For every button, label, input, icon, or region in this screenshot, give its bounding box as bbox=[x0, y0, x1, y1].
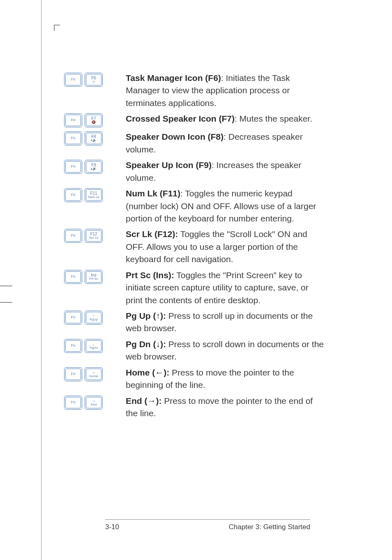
shortcut-description: Prt Sc (Ins): Toggles the "Print Screen"… bbox=[126, 269, 325, 307]
shortcut-text: Mutes the speaker. bbox=[240, 114, 312, 123]
key-combo: FnF8▾🔉 bbox=[64, 131, 126, 145]
shortcut-description: Speaker Down Icon (F8): Decreases speake… bbox=[126, 131, 325, 156]
function-key: F11Num Lk bbox=[85, 188, 103, 202]
key-label-bottom: Home bbox=[89, 375, 98, 378]
shortcut-description: Crossed Speaker Icon (F7): Mutes the spe… bbox=[126, 113, 325, 125]
key-label-bottom: 🔇 bbox=[92, 121, 96, 124]
key-combo: FnInsPrt Sc bbox=[64, 269, 126, 284]
key-combo: Fn↓PgDn bbox=[64, 338, 126, 353]
fn-key-label: Fn bbox=[71, 316, 76, 320]
key-combo: Fn↑PgUp bbox=[64, 310, 126, 325]
key-label-bottom: End bbox=[91, 403, 97, 407]
key-label-bottom: Scr Lk bbox=[89, 236, 99, 240]
fn-key-label: Fn bbox=[71, 193, 76, 197]
fn-key: Fn bbox=[64, 311, 82, 325]
separator: : bbox=[212, 160, 217, 170]
separator: : bbox=[224, 132, 228, 141]
shortcut-name: Num Lk (F11) bbox=[126, 189, 180, 198]
fn-key-label: Fn bbox=[71, 372, 76, 376]
key-label-bottom: PgDn bbox=[90, 346, 98, 350]
page-content: FnF6▭Task Manager Icon (F6): Initiates t… bbox=[41, 0, 349, 560]
page-number: 3-10 bbox=[105, 523, 119, 531]
fn-key-label: Fn bbox=[71, 275, 76, 279]
fn-key-label: Fn bbox=[71, 78, 76, 82]
separator: : bbox=[180, 189, 185, 198]
shortcut-row: FnF11Num LkNum Lk (F11): Toggles the num… bbox=[42, 187, 349, 225]
function-key: ←Home bbox=[85, 367, 103, 381]
fn-key: Fn bbox=[64, 160, 82, 174]
shortcut-row: FnF12Scr LkScr Lk (F12): Toggles the "Sc… bbox=[42, 228, 349, 265]
shortcut-description: Home (←): Press to move the pointer to t… bbox=[126, 366, 325, 392]
crop-mark bbox=[0, 286, 12, 286]
shortcut-row: FnF8▾🔉Speaker Down Icon (F8): Decreases … bbox=[42, 131, 349, 156]
fn-key: Fn bbox=[64, 339, 82, 353]
key-label-bottom: Prt Sc bbox=[89, 277, 98, 281]
separator: : bbox=[221, 73, 226, 83]
shortcut-name: Task Manager Icon (F6) bbox=[126, 73, 221, 83]
key-combo: FnF6▭ bbox=[64, 72, 126, 87]
shortcut-name: Crossed Speaker Icon (F7) bbox=[126, 114, 235, 123]
fn-key: Fn bbox=[64, 113, 82, 127]
shortcut-description: Num Lk (F11): Toggles the numeric keypad… bbox=[126, 187, 325, 225]
shortcut-name: Home (←): bbox=[126, 368, 169, 377]
key-label-bottom: Num Lk bbox=[88, 196, 99, 199]
shortcut-description: Pg Up (↑): Press to scroll up in documen… bbox=[126, 310, 325, 335]
fn-key-label: Fn bbox=[71, 234, 76, 238]
key-combo: FnF12Scr Lk bbox=[64, 228, 126, 243]
key-label-bottom: ▭ bbox=[92, 80, 95, 84]
shortcut-row: FnF9▴🔊Speaker Up Icon (F9): Increases th… bbox=[42, 159, 349, 184]
fn-key: Fn bbox=[64, 73, 82, 87]
fn-key: Fn bbox=[64, 270, 82, 284]
key-label-bottom: ▾🔉 bbox=[91, 139, 97, 143]
fn-key: Fn bbox=[64, 367, 82, 381]
shortcut-row: FnInsPrt ScPrt Sc (Ins): Toggles the "Pr… bbox=[42, 269, 349, 307]
shortcut-name: Speaker Up Icon (F9) bbox=[126, 160, 212, 170]
function-key: ↓PgDn bbox=[85, 339, 103, 353]
shortcut-row: Fn↓PgDnPg Dn (↓): Press to scroll down i… bbox=[42, 338, 349, 363]
function-key: ↑PgUp bbox=[85, 311, 103, 325]
shortcut-name: Speaker Down Icon (F8) bbox=[126, 132, 224, 141]
shortcut-description: Scr Lk (F12): Toggles the "Scroll Lock" … bbox=[126, 228, 325, 265]
key-label-bottom: PgUp bbox=[90, 318, 98, 322]
fn-key-label: Fn bbox=[71, 165, 76, 169]
shortcut-row: FnF6▭Task Manager Icon (F6): Initiates t… bbox=[42, 72, 349, 109]
key-label-bottom: ▴🔊 bbox=[91, 167, 97, 171]
chapter-title: Chapter 3: Getting Started bbox=[229, 523, 310, 531]
shortcut-description: End (→): Press to move the pointer to th… bbox=[126, 395, 325, 420]
function-key: F7🔇 bbox=[85, 113, 103, 127]
shortcut-name: Scr Lk (F12): bbox=[126, 229, 178, 239]
shortcut-description: Pg Dn (↓): Press to scroll down in docum… bbox=[126, 338, 325, 363]
key-combo: FnF11Num Lk bbox=[64, 187, 126, 202]
function-key: F12Scr Lk bbox=[85, 229, 103, 243]
shortcut-description: Speaker Up Icon (F9): Increases the spea… bbox=[126, 159, 325, 184]
function-key: InsPrt Sc bbox=[85, 270, 103, 284]
function-key: F6▭ bbox=[85, 73, 103, 87]
shortcut-name: End (→): bbox=[126, 396, 161, 406]
fn-key-label: Fn bbox=[71, 344, 76, 348]
shortcut-description: Task Manager Icon (F6): Initiates the Ta… bbox=[126, 72, 325, 109]
function-key: →End bbox=[85, 396, 103, 410]
key-combo: FnF9▴🔊 bbox=[64, 159, 126, 174]
fn-key-label: Fn bbox=[71, 136, 76, 141]
separator: : bbox=[235, 114, 240, 123]
shortcut-name: Prt Sc (Ins): bbox=[126, 270, 174, 280]
key-combo: Fn←Home bbox=[64, 366, 126, 381]
crop-mark bbox=[0, 302, 12, 303]
function-key: F9▴🔊 bbox=[85, 160, 103, 174]
key-combo: Fn→End bbox=[64, 395, 126, 410]
key-combo: FnF7🔇 bbox=[64, 113, 126, 127]
page-footer: 3-10 Chapter 3: Getting Started bbox=[105, 519, 310, 531]
function-key: F8▾🔉 bbox=[85, 131, 103, 145]
fn-key: Fn bbox=[64, 188, 82, 202]
fn-key: Fn bbox=[64, 229, 82, 243]
crop-mark bbox=[54, 25, 60, 31]
shortcut-row: Fn←HomeHome (←): Press to move the point… bbox=[42, 366, 349, 392]
shortcut-row: Fn↑PgUpPg Up (↑): Press to scroll up in … bbox=[42, 310, 349, 335]
shortcut-name: Pg Dn (↓): bbox=[126, 339, 166, 349]
fn-key: Fn bbox=[64, 131, 82, 145]
shortcut-row: FnF7🔇Crossed Speaker Icon (F7): Mutes th… bbox=[42, 113, 349, 127]
fn-key-label: Fn bbox=[71, 118, 76, 122]
fn-key-label: Fn bbox=[71, 401, 76, 405]
fn-key: Fn bbox=[64, 396, 82, 410]
shortcut-row: Fn→EndEnd (→): Press to move the pointer… bbox=[42, 395, 349, 420]
